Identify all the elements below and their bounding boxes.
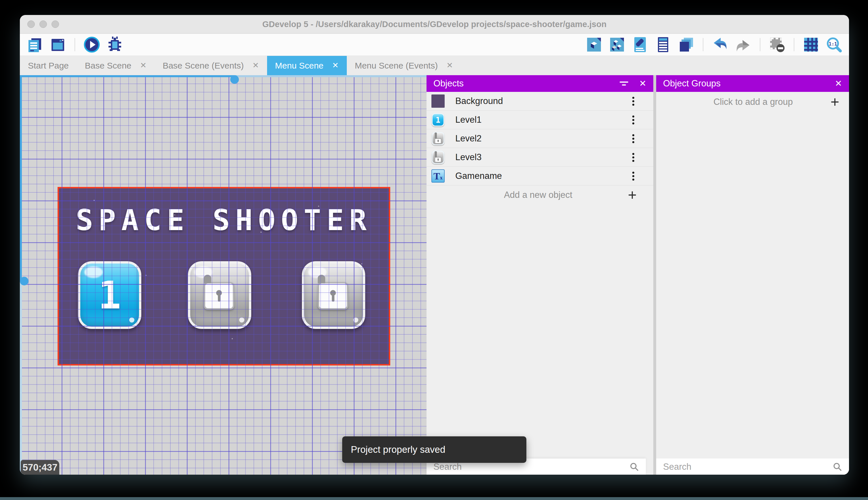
object-groups-icon[interactable]: [608, 36, 626, 53]
scene-level2-button-locked[interactable]: [188, 261, 251, 329]
groups-search-input[interactable]: [662, 462, 832, 472]
search-icon: [629, 462, 640, 472]
object-row-level3[interactable]: Level3: [426, 148, 653, 167]
close-tab-icon[interactable]: ✕: [140, 61, 147, 69]
object-menu-icon[interactable]: [632, 172, 634, 181]
filter-icon[interactable]: [619, 81, 629, 86]
scene-level1-button[interactable]: 1: [78, 261, 141, 329]
scene-canvas[interactable]: SPACE SHOOTER 1: [20, 75, 426, 475]
properties-icon[interactable]: [631, 36, 649, 53]
toolbar-right-group: 1:1: [585, 36, 843, 53]
scene-game-title-text[interactable]: SPACE SHOOTER: [59, 203, 389, 237]
objects-search-input[interactable]: [433, 462, 629, 472]
zoom-window-button[interactable]: [51, 21, 59, 28]
vertical-scroll-thumb[interactable]: [20, 277, 28, 285]
lock-icon: [318, 279, 349, 310]
background-thumbnail: [431, 94, 445, 108]
redo-icon[interactable]: [735, 36, 752, 53]
close-panel-icon[interactable]: ✕: [639, 79, 646, 88]
close-tab-icon[interactable]: ✕: [332, 61, 339, 69]
object-row-background[interactable]: Background: [426, 92, 653, 111]
save-toast: Project properly saved: [342, 436, 526, 463]
grid-icon[interactable]: [802, 36, 820, 53]
horizontal-scroll-thumb[interactable]: [230, 75, 239, 84]
tab-label: Start Page: [28, 61, 69, 70]
minimize-window-button[interactable]: [39, 21, 47, 28]
object-name: Background: [455, 96, 632, 106]
object-menu-icon[interactable]: [632, 153, 634, 162]
objects-panel-header: Objects ✕: [426, 75, 653, 92]
tab-label: Base Scene (Events): [163, 61, 244, 70]
scene-window-icon[interactable]: [49, 36, 67, 53]
plus-icon[interactable]: +: [831, 94, 839, 110]
add-group-row[interactable]: Click to add a group +: [656, 92, 849, 112]
objects-panel-title: Objects: [433, 78, 464, 89]
object-menu-icon[interactable]: [632, 115, 634, 124]
object-row-gamename[interactable]: Tx Gamename: [426, 167, 653, 185]
debug-icon[interactable]: [106, 36, 124, 53]
tab-label: Menu Scene (Events): [355, 61, 438, 70]
object-menu-icon[interactable]: [632, 97, 634, 106]
layers-icon[interactable]: [678, 36, 695, 53]
level1-button-thumbnail: 1: [431, 113, 445, 127]
traffic-lights: [27, 21, 59, 28]
svg-text:1:1: 1:1: [829, 41, 837, 47]
groups-search: [656, 458, 849, 475]
object-row-level1[interactable]: 1 Level1: [426, 111, 653, 129]
instances-list-icon[interactable]: [655, 36, 672, 53]
window-title: GDevelop 5 - /Users/dkarakay/Documents/G…: [20, 15, 849, 33]
toolbar-separator: [794, 38, 794, 51]
tab-base-scene[interactable]: Base Scene ✕: [77, 56, 154, 75]
close-window-button[interactable]: [27, 21, 35, 28]
object-name: Level2: [455, 133, 632, 144]
tab-menu-scene-events[interactable]: Menu Scene (Events) ✕: [347, 56, 461, 75]
object-row-level2[interactable]: Level2: [426, 129, 653, 148]
close-panel-icon[interactable]: ✕: [835, 79, 842, 88]
search-icon: [832, 462, 843, 472]
scene-level3-button-locked[interactable]: [302, 261, 365, 329]
tab-menu-scene[interactable]: Menu Scene ✕: [267, 56, 347, 75]
editor-content: SPACE SHOOTER 1: [20, 75, 849, 475]
object-groups-panel-header: Object Groups ✕: [656, 75, 849, 92]
toolbar: 1:1: [20, 34, 849, 56]
toolbar-separator: [703, 38, 703, 51]
toolbar-left-group: [26, 36, 124, 53]
level1-number: 1: [98, 273, 121, 317]
tab-label: Menu Scene: [275, 61, 324, 70]
locked-button-thumbnail: [431, 150, 445, 164]
object-menu-icon[interactable]: [632, 134, 634, 143]
tab-base-scene-events[interactable]: Base Scene (Events) ✕: [154, 56, 267, 75]
object-name: Level1: [455, 115, 632, 125]
toolbar-separator: [760, 38, 760, 51]
gdevelop-window: GDevelop 5 - /Users/dkarakay/Documents/G…: [20, 15, 849, 475]
locked-button-thumbnail: [431, 132, 445, 146]
object-groups-panel: Object Groups ✕ Click to add a group +: [656, 75, 849, 475]
text-object-thumbnail: Tx: [431, 169, 445, 183]
project-manager-icon[interactable]: [26, 36, 44, 53]
close-tab-icon[interactable]: ✕: [446, 61, 453, 69]
add-object-row[interactable]: Add a new object +: [426, 185, 653, 204]
zoom-one-to-one-icon[interactable]: 1:1: [825, 36, 843, 53]
titlebar: GDevelop 5 - /Users/dkarakay/Documents/G…: [20, 15, 849, 34]
play-icon[interactable]: [83, 36, 101, 53]
scene-instance-background[interactable]: SPACE SHOOTER 1: [58, 187, 390, 365]
tabbar: Start Page Base Scene ✕ Base Scene (Even…: [20, 56, 849, 75]
desktop-edge: [0, 497, 868, 500]
objects-editor-icon[interactable]: [585, 36, 603, 53]
close-tab-icon[interactable]: ✕: [253, 61, 259, 69]
cursor-coordinates-badge: 570;437: [21, 460, 59, 475]
toolbar-separator: [74, 38, 75, 51]
object-groups-panel-title: Object Groups: [663, 78, 721, 89]
tab-start-page[interactable]: Start Page: [20, 56, 77, 75]
horizontal-scrollbar[interactable]: [20, 75, 426, 77]
objects-panel: Objects ✕ Background 1 Level1: [426, 75, 653, 475]
tab-label: Base Scene: [85, 61, 131, 70]
vertical-scrollbar[interactable]: [20, 75, 22, 475]
plus-icon[interactable]: +: [628, 188, 637, 203]
mask-icon[interactable]: [769, 36, 786, 53]
lock-icon: [204, 279, 235, 310]
panel-divider[interactable]: [653, 75, 656, 475]
add-group-label: Click to add a group: [664, 97, 831, 107]
undo-icon[interactable]: [712, 36, 729, 53]
scene-stars: [94, 200, 95, 201]
